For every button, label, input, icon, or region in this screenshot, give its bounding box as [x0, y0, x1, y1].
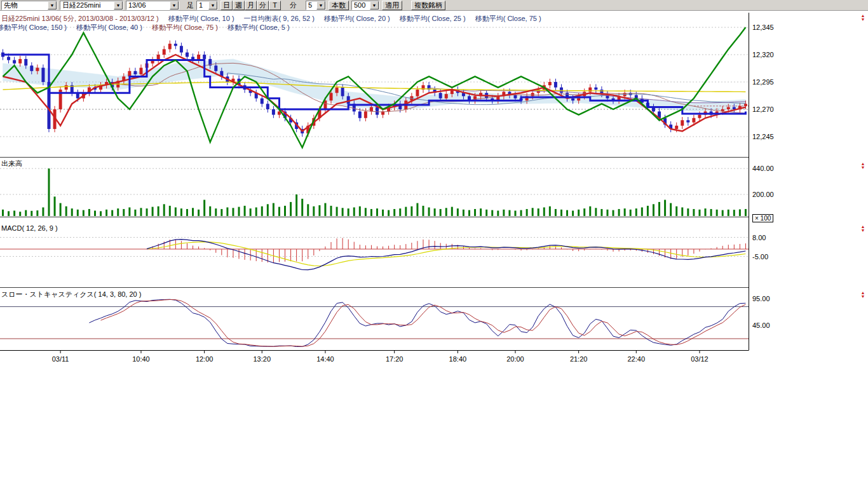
chevron-down-icon[interactable]: ▼ — [370, 1, 379, 10]
macd-pane-label: MACD( 12, 26, 9 ) — [1, 224, 58, 232]
legend-item: 移動平均( Close, 75 ) — [152, 24, 218, 31]
price-axis-label: 12,245 — [752, 133, 774, 140]
scroll-down-icon[interactable]: ▼ — [859, 229, 867, 233]
macd-axis-label: -5.00 — [752, 253, 768, 261]
x-axis-label: 13:20 — [248, 355, 276, 363]
timeframe-button-group: 日 週 月 分 T — [220, 1, 281, 10]
scroll-down-icon[interactable]: ▼ — [859, 295, 867, 299]
bar-type-label: 足 — [187, 1, 194, 10]
stochastics-axis-label: 45.00 — [752, 322, 770, 329]
legend-item: 移動平均( Close, 5 ) — [227, 24, 290, 31]
contract-month-select[interactable]: 13/06 ▼ — [126, 1, 179, 10]
chart-application-window: 先物 ▼ 日経225mini ▼ 13/06 ▼ 足 1 ▼ 日 週 月 分 T… — [0, 0, 868, 488]
chevron-down-icon[interactable]: ▼ — [170, 1, 179, 10]
chart-canvas[interactable] — [0, 0, 868, 488]
macd-series — [147, 238, 745, 270]
macd-axis-label: 8.00 — [752, 234, 766, 241]
macd-pane-scroll-arrows: ▲▼ — [859, 225, 867, 233]
ichimoku-cloud — [3, 59, 746, 111]
x-axis-label: 10:40 — [127, 355, 155, 363]
stochastics-axis-label: 95.00 — [752, 295, 770, 302]
timeframe-month-button[interactable]: 月 — [245, 1, 257, 10]
legend-item: 移動平均( Close, 150 ) — [0, 24, 67, 31]
bar-count-button[interactable]: 本数 — [329, 1, 349, 10]
interval-stepper[interactable]: 1 ▼ — [196, 1, 218, 10]
volume-bars — [3, 168, 746, 216]
chevron-down-icon[interactable]: ▼ — [114, 1, 123, 10]
selected-unit-label: 分 — [290, 1, 297, 10]
x-axis-label: 20:00 — [501, 355, 529, 363]
timeframe-week-button[interactable]: 週 — [233, 1, 245, 10]
volume-gridlines — [0, 168, 749, 194]
volume-axis-label: 200.00 — [752, 191, 774, 198]
symbol-select-value: 日経225mini — [62, 1, 101, 10]
apply-button[interactable]: 適用 — [382, 1, 402, 10]
count-value: 5 — [308, 1, 312, 9]
price-axis-label: 12,320 — [752, 51, 774, 58]
count-stepper[interactable]: 5 ▼ — [306, 1, 326, 10]
bars-value: 500 — [354, 1, 365, 9]
macd-gridlines — [0, 238, 749, 257]
scroll-down-icon[interactable]: ▼ — [859, 166, 867, 170]
volume-axis-label: 440.00 — [752, 165, 774, 172]
price-axis-label: 12,270 — [752, 105, 774, 113]
stochastics-pane-label: スロー・ストキャスティクス( 14, 3, 80, 20 ) — [1, 290, 141, 299]
price-axis-label: 12,295 — [752, 78, 774, 86]
x-axis-label: 22:40 — [622, 355, 650, 363]
volume-pane-scroll-arrows: ▲▼ — [859, 162, 867, 170]
x-axis-label: 17:20 — [381, 355, 409, 363]
legend-item: 移動平均( Close, 20 ) — [324, 15, 390, 22]
timeframe-tick-button[interactable]: T — [269, 1, 281, 10]
symbol-select[interactable]: 日経225mini ▼ — [60, 1, 123, 10]
interval-value: 1 — [199, 1, 203, 9]
category-select-value: 先物 — [4, 1, 18, 10]
timeframe-day-button[interactable]: 日 — [220, 1, 233, 10]
price-pane-scroll-arrows: ▲▼ — [859, 14, 867, 22]
chevron-down-icon[interactable]: ▼ — [208, 1, 217, 10]
legend-item: 移動平均( Close, 75 ) — [475, 15, 541, 22]
pane-frames — [0, 13, 749, 353]
toolbar: 先物 ▼ 日経225mini ▼ 13/06 ▼ 足 1 ▼ 日 週 月 分 T… — [0, 0, 868, 11]
x-axis-label: 12:00 — [191, 355, 219, 363]
legend-item: 移動平均( Close, 25 ) — [400, 15, 466, 22]
x-axis-label: 03/11 — [46, 355, 74, 363]
legend-item: 移動平均( Close, 40 ) — [76, 24, 142, 31]
bars-stepper[interactable]: 500 ▼ — [351, 1, 379, 10]
scroll-down-icon[interactable]: ▼ — [859, 18, 867, 22]
contract-month-value: 13/06 — [128, 1, 146, 9]
legend-row-2: 移動平均( Close, 150 )移動平均( Close, 40 )移動平均(… — [1, 23, 299, 32]
category-select[interactable]: 先物 ▼ — [1, 1, 57, 10]
x-axis-label: 03/12 — [686, 355, 714, 363]
chevron-down-icon[interactable]: ▼ — [48, 1, 57, 10]
legend-row-1: 日経225mini 13/06( 5分, 2013/03/08 - 2013/0… — [1, 14, 551, 24]
legend-item: 移動平均( Close, 10 ) — [168, 15, 234, 22]
chevron-down-icon[interactable]: ▼ — [316, 1, 325, 10]
volume-multiplier-badge: × 100 — [752, 214, 773, 222]
timeframe-minute-button[interactable]: 分 — [257, 1, 269, 10]
x-axis-label: 21:20 — [565, 355, 593, 363]
x-axis-label: 18:40 — [444, 355, 471, 363]
multi-symbol-button[interactable]: 複数銘柄 — [411, 1, 445, 10]
x-axis-label: 14:40 — [311, 355, 339, 363]
volume-pane-label: 出来高 — [1, 159, 22, 168]
legend-item: 日経225mini 13/06( 5分, 2013/03/08 - 2013/0… — [1, 15, 159, 22]
stochastics-reference-lines — [0, 307, 749, 339]
stochastics-pane-scroll-arrows: ▲▼ — [859, 291, 867, 299]
legend-item: 一目均衡表( 9, 26, 52 ) — [244, 15, 315, 22]
price-axis-label: 12,345 — [752, 24, 774, 31]
